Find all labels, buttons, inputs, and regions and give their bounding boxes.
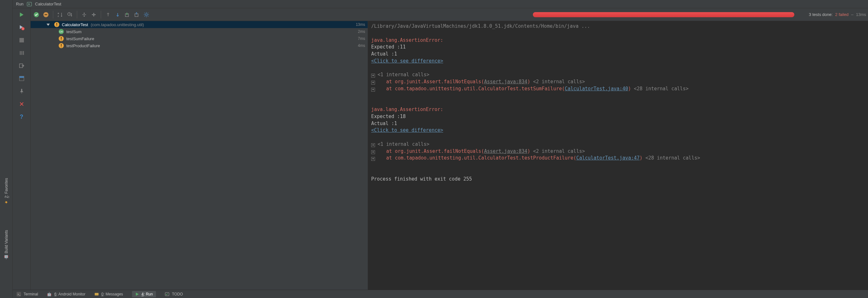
test-name: testProductFailure [66,43,100,48]
fold-icon[interactable] [371,143,375,147]
svg-marker-45 [136,293,139,296]
svg-rect-9 [23,51,24,55]
svg-rect-6 [20,38,24,42]
test-suite-row[interactable]: CalculatorTest (com.tapadoo.unittesting.… [31,21,368,28]
console-output[interactable]: /Library/Java/JavaVirtualMachines/jdk1.8… [368,21,868,290]
dump-threads-icon[interactable] [18,49,26,57]
source-link[interactable]: CalculatorTest.java:40 [565,86,628,92]
sort-alpha-icon[interactable]: az [57,11,64,19]
source-link[interactable]: Assert.java:834 [484,79,527,85]
actual-line: Actual :1 [371,120,865,127]
android-monitor-tab[interactable]: 🤖 6: Android Monitor [47,292,85,296]
collapse-all-icon[interactable] [90,11,98,19]
summary-failed: 2 failed [835,12,848,17]
svg-text:!: ! [22,27,23,30]
fold-icon[interactable] [371,157,375,161]
content: ! ? [13,8,868,290]
svg-line-27 [148,16,148,17]
separator [101,11,101,19]
close-icon[interactable] [18,100,26,108]
svg-line-28 [145,16,145,17]
build-variants-tool-window-tab[interactable]: 🤖 Build Variants [4,230,9,260]
messages-tab[interactable]: 0: Messages [94,292,123,296]
title-label: Run [16,2,24,6]
star-icon: ★ [4,200,9,205]
help-icon[interactable]: ? [18,113,26,121]
prev-failed-icon[interactable] [104,11,112,19]
stop-button[interactable] [18,36,26,44]
fail-badge-icon [59,36,64,41]
source-link[interactable]: Assert.java:834 [484,148,527,154]
split: CalculatorTest (com.tapadoo.unittesting.… [31,21,868,290]
assertion-error: java.lang.AssertionError: [371,106,865,113]
pin-icon[interactable] [18,87,26,95]
svg-marker-30 [46,24,50,26]
svg-rect-7 [20,51,21,55]
separator [53,11,53,19]
diff-link[interactable]: <Click to see difference> [371,58,443,64]
run-configuration-name: CalculatorTest [35,2,61,6]
show-passed-toggle[interactable] [33,11,40,19]
svg-text:OK: OK [59,30,63,33]
android-icon: 🤖 [47,292,52,296]
export-results-icon[interactable] [123,11,131,19]
test-row[interactable]: OK testSum 2ms [31,28,368,35]
svg-rect-32 [57,23,57,25]
tool-window-left-rail: ★ 2: Favorites 🤖 Build Variants [0,0,13,298]
rerun-button[interactable] [18,11,26,19]
sort-duration-icon[interactable] [66,11,74,19]
actual-line: Actual :1 [371,51,865,58]
exit-line: Process finished with exit code 255 [371,176,865,183]
run-configuration-icon [27,2,32,7]
svg-rect-12 [20,76,24,78]
svg-line-29 [148,13,148,13]
expand-all-icon[interactable] [80,11,88,19]
svg-text:>_: >_ [18,293,21,296]
internal-calls: <1 internal calls> [377,72,430,78]
fold-icon[interactable] [371,150,375,154]
test-time: 4ms [358,43,365,48]
layout-icon[interactable] [18,74,26,82]
at-label: at [386,79,392,85]
test-row[interactable]: testSumFailure 7ms [31,35,368,42]
next-failed-icon[interactable] [114,11,122,19]
run-tab[interactable]: 4: Run [132,291,156,297]
svg-text:a: a [58,12,59,14]
svg-line-26 [145,13,145,13]
fold-icon[interactable] [371,88,375,92]
summary-sep: – [851,12,853,17]
run-tool-window-titlebar: Run CalculatorTest [13,0,868,8]
show-ignored-toggle[interactable] [42,11,50,19]
settings-icon[interactable] [143,11,150,19]
todo-icon [165,292,169,296]
diff-link[interactable]: <Click to see difference> [371,127,443,133]
android-icon: 🤖 [4,255,9,260]
favorites-tool-window-tab[interactable]: ★ 2: Favorites [4,178,9,205]
exit-icon[interactable] [18,62,26,69]
svg-text:z: z [58,15,59,17]
svg-rect-8 [21,51,22,55]
svg-rect-37 [61,37,62,39]
play-icon [135,292,139,296]
terminal-tab[interactable]: >_ Terminal [17,292,38,296]
main: Run CalculatorTest ! [13,0,868,298]
messages-icon [94,292,99,296]
summary-done: 3 tests done: [809,12,833,17]
expected-line: Expected :11 [371,44,865,51]
svg-point-21 [146,14,147,16]
fold-icon[interactable] [371,74,375,78]
test-toolbar: az [31,8,868,21]
rerun-failed-icon[interactable]: ! [18,24,26,31]
fold-icon[interactable] [371,81,375,85]
test-row[interactable]: testProductFailure 4ms [31,42,368,49]
assertion-error: java.lang.AssertionError: [371,37,865,44]
todo-tab[interactable]: TODO [165,292,183,296]
import-results-icon[interactable] [133,11,141,19]
source-link[interactable]: CalculatorTest.java:47 [576,155,640,161]
internal-calls: <1 internal calls> [377,141,430,147]
expected-line: Expected :18 [371,113,865,120]
test-tree[interactable]: CalculatorTest (com.tapadoo.unittesting.… [31,21,368,290]
chevron-down-icon[interactable] [46,23,50,26]
svg-rect-40 [61,44,62,46]
fail-badge-icon [54,22,59,27]
